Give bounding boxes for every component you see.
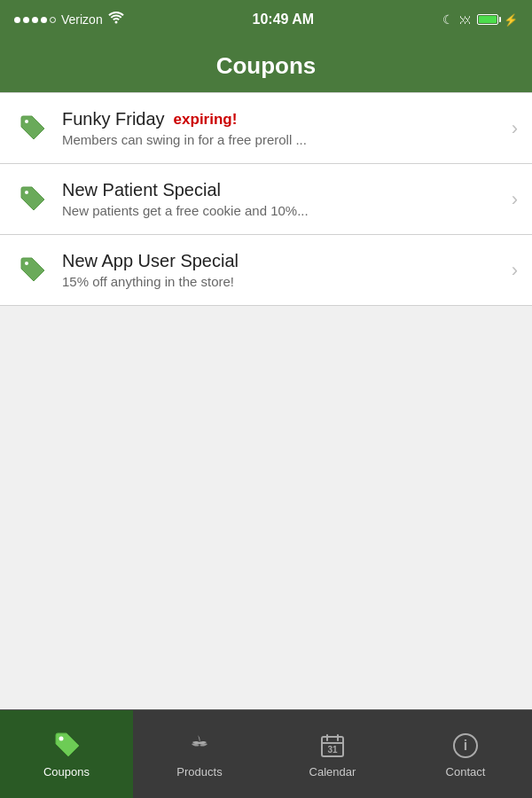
coupon-title-funky-friday: Funky Friday (62, 109, 165, 129)
tab-calendar[interactable]: 31 Calendar (266, 710, 399, 798)
coupon-title-new-app-user: New App User Special (62, 251, 239, 271)
tab-contact-label: Contact (446, 765, 486, 778)
tab-calendar-icon: 31 (317, 730, 348, 762)
current-time: 10:49 AM (253, 12, 315, 27)
expiring-badge-funky-friday: expiring! (174, 111, 238, 129)
tag-icon-new-patient (14, 182, 50, 217)
coupon-item-new-patient[interactable]: New Patient Special New patients get a f… (0, 164, 532, 235)
tab-bar: Coupons Products 31 Calendar (0, 709, 532, 798)
tab-products-icon (184, 730, 215, 762)
status-bar: Verizon 10:49 AM ☾ ⯵ ⚡ (0, 0, 532, 39)
coupon-text-funky-friday: Funky Friday expiring! Members can swing… (62, 109, 505, 147)
svg-text:31: 31 (327, 745, 338, 755)
status-right: ☾ ⯵ ⚡ (442, 12, 518, 27)
coupon-list: Funky Friday expiring! Members can swing… (0, 92, 532, 306)
tab-contact-icon: i (450, 730, 481, 762)
bluetooth-icon: ⯵ (459, 12, 472, 27)
tab-coupons-label: Coupons (43, 765, 90, 778)
svg-point-1 (25, 191, 28, 194)
svg-point-0 (25, 120, 28, 123)
battery-fill (479, 16, 497, 23)
svg-point-3 (59, 737, 64, 741)
carrier-name: Verizon (61, 12, 103, 27)
coupon-text-new-app-user: New App User Special 15% off anything in… (62, 251, 505, 289)
battery (477, 14, 498, 25)
battery-body (477, 14, 498, 25)
page-header: Coupons (0, 39, 532, 92)
coupon-title-new-patient: New Patient Special (62, 180, 221, 200)
coupon-title-row-funky-friday: Funky Friday expiring! (62, 109, 505, 129)
page-title: Coupons (216, 52, 317, 80)
tag-icon-funky-friday (14, 111, 50, 146)
coupon-item-funky-friday[interactable]: Funky Friday expiring! Members can swing… (0, 93, 532, 164)
lightning-icon: ⚡ (504, 13, 518, 27)
dot-1 (14, 17, 20, 23)
coupon-item-new-app-user[interactable]: New App User Special 15% off anything in… (0, 235, 532, 306)
coupon-list-container: Funky Friday expiring! Members can swing… (0, 92, 532, 563)
chevron-new-patient: › (512, 188, 518, 211)
signal-strength (14, 17, 56, 23)
tab-products[interactable]: Products (133, 710, 266, 798)
coupon-title-row-new-app-user: New App User Special (62, 251, 505, 271)
tag-icon-new-app-user (14, 253, 50, 288)
chevron-new-app-user: › (512, 259, 518, 282)
dot-4 (41, 17, 47, 23)
coupon-title-row-new-patient: New Patient Special (62, 180, 505, 200)
svg-text:i: i (464, 738, 467, 753)
moon-icon: ☾ (442, 12, 454, 27)
dot-5 (50, 17, 56, 23)
dot-2 (23, 17, 29, 23)
coupon-desc-new-app-user: 15% off anything in the store! (62, 274, 505, 289)
empty-space (0, 306, 532, 563)
wifi-icon (108, 12, 124, 27)
tab-products-label: Products (176, 765, 222, 778)
coupon-text-new-patient: New Patient Special New patients get a f… (62, 180, 505, 218)
coupon-desc-funky-friday: Members can swing in for a free preroll … (62, 132, 505, 147)
tab-coupons-icon (51, 730, 82, 762)
svg-point-2 (25, 262, 28, 265)
tab-calendar-label: Calendar (309, 765, 356, 778)
coupon-desc-new-patient: New patients get a free cookie and 10%..… (62, 203, 505, 218)
tab-contact[interactable]: i Contact (399, 710, 532, 798)
tab-coupons[interactable]: Coupons (0, 710, 133, 798)
chevron-funky-friday: › (512, 117, 518, 140)
status-left: Verizon (14, 12, 124, 27)
dot-3 (32, 17, 38, 23)
